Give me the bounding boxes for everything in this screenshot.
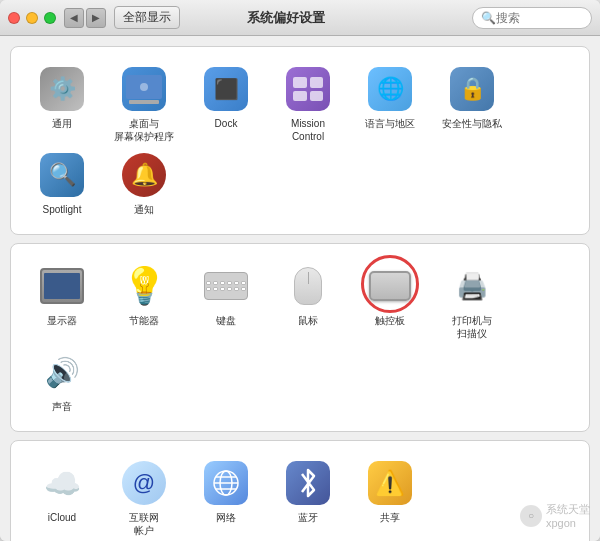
spotlight-label: Spotlight <box>43 203 82 216</box>
sidebar-item-icloud[interactable]: ☁️ iCloud <box>21 455 103 528</box>
sidebar-item-desktop[interactable]: 桌面与 屏幕保护程序 <box>103 61 185 147</box>
display-label: 显示器 <box>47 314 77 327</box>
sidebar-item-keyboard[interactable]: 键盘 <box>185 258 267 331</box>
security-label: 安全性与隐私 <box>442 117 502 130</box>
window-title: 系统偏好设置 <box>100 9 472 27</box>
keyboard-label: 键盘 <box>216 314 236 327</box>
network-label: 网络 <box>216 511 236 524</box>
dock-icon: ⬛ <box>204 67 248 111</box>
notify-icon: 🔔 <box>122 153 166 197</box>
print-icon-img: 🖨️ <box>448 262 496 310</box>
maximize-button[interactable] <box>44 12 56 24</box>
language-label: 语言与地区 <box>365 117 415 130</box>
sidebar-item-sound[interactable]: 🔊 声音 <box>21 344 103 417</box>
sidebar-item-general[interactable]: ⚙️ 通用 <box>21 61 103 134</box>
mouse-label: 鼠标 <box>298 314 318 327</box>
icloud-icon: ☁️ <box>40 461 84 505</box>
desktop-label: 桌面与 屏幕保护程序 <box>114 117 174 143</box>
notify-icon-img: 🔔 <box>120 151 168 199</box>
mission-icon <box>286 67 330 111</box>
notify-label: 通知 <box>134 203 154 216</box>
content-area: ⚙️ 通用 桌面与 屏幕保护程序 <box>0 36 600 541</box>
spotlight-icon-img: 🔍 <box>38 151 86 199</box>
display-icon-img <box>38 262 86 310</box>
internet-icon-img: @ <box>120 459 168 507</box>
sound-icon: 🔊 <box>40 350 84 394</box>
dock-icon-img: ⬛ <box>202 65 250 113</box>
sidebar-item-internet[interactable]: @ 互联网 帐户 <box>103 455 185 541</box>
sidebar-item-trackpad[interactable]: 触控板 <box>349 258 431 331</box>
sidebar-item-energy[interactable]: 💡 节能器 <box>103 258 185 331</box>
sound-icon-img: 🔊 <box>38 348 86 396</box>
search-input[interactable] <box>496 11 586 25</box>
share-icon: ⚠️ <box>368 461 412 505</box>
personal-row: ⚙️ 通用 桌面与 屏幕保护程序 <box>11 57 589 224</box>
sound-label: 声音 <box>52 400 72 413</box>
print-icon: 🖨️ <box>450 264 494 308</box>
internet-label: 互联网 帐户 <box>129 511 159 537</box>
desktop-icon <box>122 67 166 111</box>
internet-icon: @ <box>122 461 166 505</box>
desktop-icon-img <box>120 65 168 113</box>
print-label: 打印机与 扫描仪 <box>452 314 492 340</box>
energy-icon: 💡 <box>122 264 166 308</box>
share-icon-img: ⚠️ <box>366 459 414 507</box>
mouse-icon-img <box>284 262 332 310</box>
sidebar-item-security[interactable]: 🔒 安全性与隐私 <box>431 61 513 134</box>
watermark: ○ 系统天堂xpgon <box>520 502 590 529</box>
sidebar-item-language[interactable]: 🌐 语言与地区 <box>349 61 431 134</box>
trackpad-label: 触控板 <box>375 314 405 327</box>
sidebar-item-bluetooth[interactable]: 蓝牙 <box>267 455 349 528</box>
share-label: 共享 <box>380 511 400 524</box>
search-icon: 🔍 <box>481 11 496 25</box>
minimize-button[interactable] <box>26 12 38 24</box>
sidebar-item-network[interactable]: 网络 <box>185 455 267 528</box>
sidebar-item-mission[interactable]: Mission Control <box>267 61 349 147</box>
energy-label: 节能器 <box>129 314 159 327</box>
security-icon-img: 🔒 <box>448 65 496 113</box>
keyboard-icon-img <box>202 262 250 310</box>
language-icon-img: 🌐 <box>366 65 414 113</box>
hardware-section: 显示器 💡 节能器 <box>10 243 590 432</box>
icloud-icon-img: ☁️ <box>38 459 86 507</box>
sidebar-item-print[interactable]: 🖨️ 打印机与 扫描仪 <box>431 258 513 344</box>
network-icon <box>204 461 248 505</box>
watermark-logo: ○ 系统天堂xpgon <box>520 502 590 529</box>
close-button[interactable] <box>8 12 20 24</box>
internet-row: ☁️ iCloud @ 互联网 帐户 <box>11 451 589 541</box>
personal-section: ⚙️ 通用 桌面与 屏幕保护程序 <box>10 46 590 235</box>
title-bar: ◀ ▶ 全部显示 系统偏好设置 🔍 <box>0 0 600 36</box>
sidebar-item-display[interactable]: 显示器 <box>21 258 103 331</box>
search-box[interactable]: 🔍 <box>472 7 592 29</box>
internet-section: ☁️ iCloud @ 互联网 帐户 <box>10 440 590 541</box>
energy-icon-img: 💡 <box>120 262 168 310</box>
bluetooth-label: 蓝牙 <box>298 511 318 524</box>
sidebar-item-notify[interactable]: 🔔 通知 <box>103 147 185 220</box>
network-icon-img <box>202 459 250 507</box>
traffic-lights <box>8 12 56 24</box>
spotlight-icon: 🔍 <box>40 153 84 197</box>
security-icon: 🔒 <box>450 67 494 111</box>
general-label: 通用 <box>52 117 72 130</box>
sidebar-item-share[interactable]: ⚠️ 共享 <box>349 455 431 528</box>
preferences-window: ◀ ▶ 全部显示 系统偏好设置 🔍 ⚙️ 通用 <box>0 0 600 541</box>
back-button[interactable]: ◀ <box>64 8 84 28</box>
sidebar-item-dock[interactable]: ⬛ Dock <box>185 61 267 134</box>
bluetooth-icon-img <box>284 459 332 507</box>
dock-label: Dock <box>215 117 238 130</box>
general-icon: ⚙️ <box>40 67 84 111</box>
trackpad-icon-img <box>366 262 414 310</box>
mission-icon-img <box>284 65 332 113</box>
bluetooth-icon <box>286 461 330 505</box>
sidebar-item-spotlight[interactable]: 🔍 Spotlight <box>21 147 103 220</box>
general-icon-img: ⚙️ <box>38 65 86 113</box>
hardware-row: 显示器 💡 节能器 <box>11 254 589 421</box>
sidebar-item-mouse[interactable]: 鼠标 <box>267 258 349 331</box>
icloud-label: iCloud <box>48 511 76 524</box>
mission-label: Mission Control <box>291 117 325 143</box>
language-icon: 🌐 <box>368 67 412 111</box>
